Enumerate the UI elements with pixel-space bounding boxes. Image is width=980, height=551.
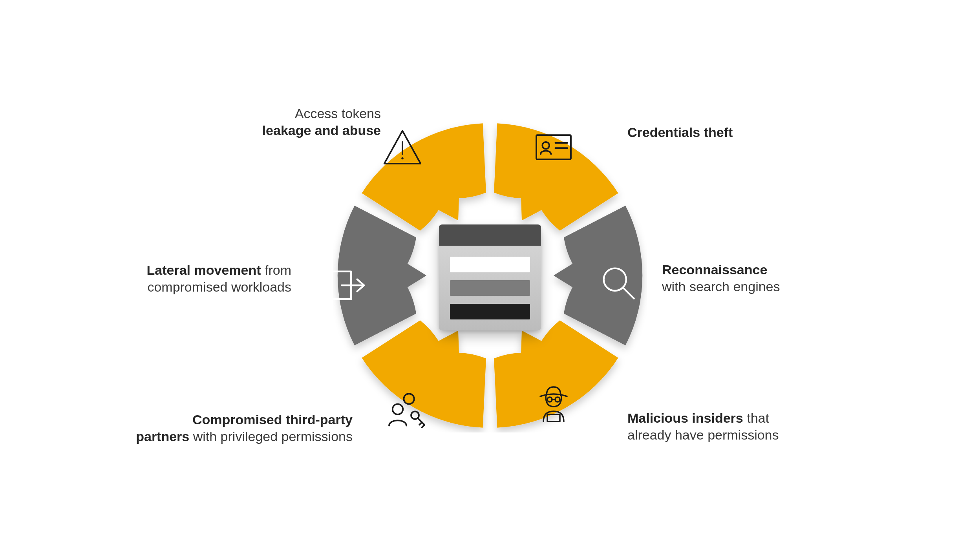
label-malicious-insiders: Malicious insiders that already have per… [627,410,808,443]
label-credentials-theft: Credentials theft [627,124,733,141]
text: already have permissions [627,427,779,442]
svg-point-10 [404,394,414,404]
text: Malicious insiders [627,411,743,425]
text: from [261,263,291,277]
center-app-body [439,246,541,329]
label-reconnaissance: Reconnaissance with search engines [662,261,780,295]
threat-wheel-diagram: Access tokens leakage and abuse Credenti… [0,0,980,551]
svg-line-15 [422,425,425,427]
warning-triangle-icon [381,126,424,169]
text: Lateral movement [147,263,261,277]
svg-point-3 [542,142,549,149]
text: Access tokens [295,106,381,121]
text: compromised workloads [147,279,291,294]
text: with privileged permissions [189,429,353,444]
text: that [743,411,769,425]
text: Credentials theft [627,125,733,140]
text: with search engines [662,279,780,294]
magnifier-icon [597,261,640,305]
label-compromised-partners: Compromised third-party partners with pr… [58,411,353,445]
text: partners [136,429,189,444]
text: Compromised third-party [192,412,353,427]
text: Reconnaissance [662,262,767,277]
label-lateral-movement: Lateral movement from compromised worklo… [91,262,291,295]
insider-spy-icon [532,382,575,425]
exit-arrow-icon [324,264,368,307]
svg-point-17 [555,397,560,402]
svg-line-14 [419,422,422,425]
label-access-tokens: Access tokens leakage and abuse [240,105,381,139]
svg-point-11 [393,404,403,414]
svg-line-9 [623,288,634,299]
center-app-row-1 [450,257,530,272]
center-app-row-2 [450,280,530,296]
center-app-row-3 [450,304,530,319]
people-key-icon [385,389,428,432]
center-app-window-icon [439,224,541,330]
text: leakage and abuse [262,123,381,138]
svg-point-16 [547,397,552,402]
svg-rect-2 [536,135,571,159]
svg-point-1 [401,157,404,160]
center-app-titlebar [439,224,541,246]
id-card-icon [532,126,575,169]
